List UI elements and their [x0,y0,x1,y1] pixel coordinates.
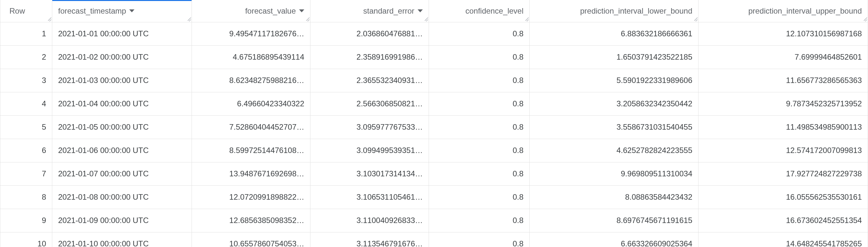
column-label: confidence_level [465,6,524,15]
cell-se: 2.358916991986… [310,45,429,69]
cell-ts: 2021-01-07 00:00:00 UTC [52,162,192,185]
cell-row: 9 [0,209,52,232]
column-label: standard_error [363,6,414,15]
cell-fv: 10.6557860754053… [192,232,310,247]
cell-cl: 0.8 [429,232,530,247]
cell-upper: 11.656773286565363 [699,69,868,92]
cell-lower: 9.969809511310034 [530,162,699,185]
table-row[interactable]: 82021-01-08 00:00:00 UTC12.0720991898822… [0,185,868,209]
resize-handle-icon[interactable] [861,15,867,22]
cell-lower: 6.883632186666361 [530,22,699,45]
cell-se: 3.099499539351… [310,139,429,162]
sort-dropdown-icon[interactable] [299,9,304,12]
cell-row: 8 [0,185,52,209]
cell-se: 3.113546791676… [310,232,429,247]
cell-cl: 0.8 [429,139,530,162]
cell-upper: 11.498534985900113 [699,115,868,139]
table-row[interactable]: 52021-01-05 00:00:00 UTC7.52860404452707… [0,115,868,139]
cell-ts: 2021-01-05 00:00:00 UTC [52,115,192,139]
cell-ts: 2021-01-08 00:00:00 UTC [52,185,192,209]
cell-fv: 13.9487671692698… [192,162,310,185]
resize-handle-icon[interactable] [185,15,191,22]
cell-cl: 0.8 [429,185,530,209]
cell-lower: 8.08863584423432 [530,185,699,209]
column-header-forecast-timestamp[interactable]: forecast_timestamp [52,0,192,22]
cell-fv: 4.675186895439114 [192,45,310,69]
cell-fv: 8.62348275988216… [192,69,310,92]
cell-lower: 1.6503791423522185 [530,45,699,69]
cell-upper: 17.927724827229738 [699,162,868,185]
cell-lower: 4.6252782824223555 [530,139,699,162]
cell-cl: 0.8 [429,22,530,45]
cell-fv: 12.0720991898822… [192,185,310,209]
cell-row: 7 [0,162,52,185]
cell-cl: 0.8 [429,92,530,115]
resize-handle-icon[interactable] [304,15,309,22]
cell-lower: 8.6976745671191615 [530,209,699,232]
table-row[interactable]: 32021-01-03 00:00:00 UTC8.62348275988216… [0,69,868,92]
column-label: prediction_interval_upper_bound [748,6,862,15]
cell-se: 2.365532340931… [310,69,429,92]
column-label: forecast_timestamp [58,6,126,15]
column-header-row[interactable]: Row [0,0,52,22]
cell-row: 1 [0,22,52,45]
cell-cl: 0.8 [429,45,530,69]
cell-cl: 0.8 [429,115,530,139]
cell-row: 4 [0,92,52,115]
cell-lower: 5.5901922331989606 [530,69,699,92]
cell-lower: 6.663326609025364 [530,232,699,247]
cell-lower: 3.2058632342350442 [530,92,699,115]
resize-handle-icon[interactable] [523,15,529,22]
cell-fv: 7.52860404452707… [192,115,310,139]
cell-ts: 2021-01-06 00:00:00 UTC [52,139,192,162]
sort-dropdown-icon[interactable] [417,9,423,12]
cell-ts: 2021-01-01 00:00:00 UTC [52,22,192,45]
cell-row: 10 [0,232,52,247]
header-row: Row forecast_timestamp forecast_value [0,0,868,22]
cell-fv: 8.59972514476108… [192,139,310,162]
cell-row: 5 [0,115,52,139]
column-header-confidence-level[interactable]: confidence_level [429,0,530,22]
cell-se: 3.103017314134… [310,162,429,185]
resize-handle-icon[interactable] [692,15,698,22]
cell-fv: 9.49547117182676… [192,22,310,45]
cell-cl: 0.8 [429,162,530,185]
cell-se: 2.566306850821… [310,92,429,115]
cell-upper: 12.107310156987168 [699,22,868,45]
cell-upper: 7.69999464852601 [699,45,868,69]
column-header-standard-error[interactable]: standard_error [310,0,429,22]
sort-dropdown-icon[interactable] [129,9,134,12]
cell-row: 3 [0,69,52,92]
cell-ts: 2021-01-09 00:00:00 UTC [52,209,192,232]
table-row[interactable]: 102021-01-10 00:00:00 UTC10.655786075405… [0,232,868,247]
cell-se: 2.036860476881… [310,22,429,45]
table-row[interactable]: 12021-01-01 00:00:00 UTC9.49547117182676… [0,22,868,45]
cell-fv: 12.6856385098352… [192,209,310,232]
table-row[interactable]: 42021-01-04 00:00:00 UTC6.49660423340322… [0,92,868,115]
cell-upper: 12.574172007099813 [699,139,868,162]
column-label: prediction_interval_lower_bound [580,6,692,15]
cell-ts: 2021-01-03 00:00:00 UTC [52,69,192,92]
table-row[interactable]: 92021-01-09 00:00:00 UTC12.6856385098352… [0,209,868,232]
column-header-prediction-upper[interactable]: prediction_interval_upper_bound [699,0,868,22]
cell-cl: 0.8 [429,69,530,92]
cell-se: 3.106531105461… [310,185,429,209]
table-row[interactable]: 72021-01-07 00:00:00 UTC13.9487671692698… [0,162,868,185]
cell-ts: 2021-01-04 00:00:00 UTC [52,92,192,115]
table-row[interactable]: 62021-01-06 00:00:00 UTC8.59972514476108… [0,139,868,162]
results-table: Row forecast_timestamp forecast_value [0,0,868,247]
column-header-forecast-value[interactable]: forecast_value [192,0,310,22]
cell-ts: 2021-01-02 00:00:00 UTC [52,45,192,69]
column-label: forecast_value [245,6,296,15]
cell-cl: 0.8 [429,209,530,232]
cell-row: 6 [0,139,52,162]
cell-se: 3.110040926833… [310,209,429,232]
resize-handle-icon[interactable] [422,15,428,22]
column-label: Row [9,6,25,15]
cell-upper: 9.7873452325713952 [699,92,868,115]
resize-handle-icon[interactable] [45,15,51,22]
table-row[interactable]: 22021-01-02 00:00:00 UTC4.67518689543911… [0,45,868,69]
cell-lower: 3.5586731031540455 [530,115,699,139]
column-header-prediction-lower[interactable]: prediction_interval_lower_bound [530,0,699,22]
cell-row: 2 [0,45,52,69]
